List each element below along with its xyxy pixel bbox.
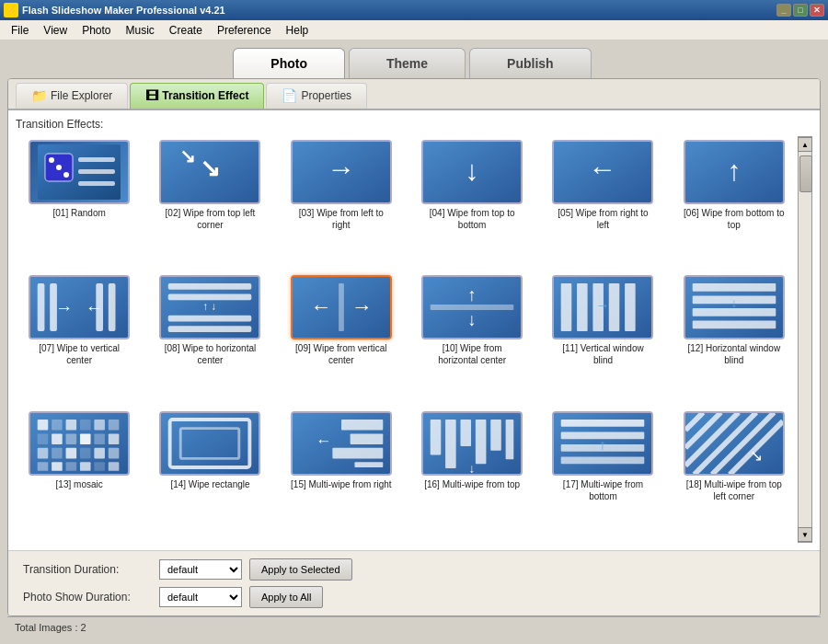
svg-rect-62 <box>66 433 77 444</box>
effect-item-13[interactable]: [13] mosaic <box>17 411 141 539</box>
menu-create[interactable]: Create <box>162 22 210 39</box>
effect-item-9[interactable]: ← → [09] Wipe from vertical center <box>280 275 403 403</box>
menu-view[interactable]: View <box>36 22 75 39</box>
effect-item-14[interactable]: [14] Wipe rectangle <box>148 411 271 539</box>
svg-rect-93 <box>506 420 514 459</box>
effect-item-6[interactable]: ↑ [06] Wipe from bottom to top <box>673 140 796 268</box>
tab-publish[interactable]: Publish <box>469 48 592 78</box>
svg-rect-77 <box>109 462 120 471</box>
svg-text:←: ← <box>86 298 103 317</box>
effect-item-8[interactable]: ↑ ↓ [08] Wipe to horizontal center <box>148 275 271 403</box>
apply-to-selected-button[interactable]: Apply to Selected <box>249 558 352 581</box>
svg-text:↘: ↘ <box>750 446 763 465</box>
svg-rect-29 <box>168 316 252 322</box>
svg-text:←: ← <box>316 431 331 450</box>
svg-rect-71 <box>109 447 120 458</box>
effect-item-12[interactable]: ↓ [12] Horizontal window blind <box>673 275 796 403</box>
effect-label-11: [11] Vertical window blind <box>552 342 653 366</box>
svg-rect-75 <box>80 462 91 471</box>
effect-item-10[interactable]: ↑ ↓ [10] Wipe from horizontal center <box>410 275 534 403</box>
menu-help[interactable]: Help <box>279 22 316 39</box>
svg-text:↑ ↓: ↑ ↓ <box>203 301 217 312</box>
svg-text:→: → <box>327 153 355 185</box>
effect-item-7[interactable]: → ← [07] Wipe to vertical center <box>17 275 141 403</box>
effect-item-1[interactable]: [01] Random <box>17 140 141 268</box>
svg-rect-42 <box>578 283 589 331</box>
scrollbar-thumb[interactable] <box>799 155 812 192</box>
maximize-button[interactable]: □ <box>793 4 808 17</box>
svg-text:←: ← <box>310 294 331 318</box>
menu-preference[interactable]: Preference <box>210 22 279 39</box>
effect-label-18: [18] Multi-wipe from top left corner <box>684 478 785 502</box>
svg-rect-35 <box>339 283 344 331</box>
apply-to-all-button[interactable]: Apply to All <box>249 586 323 608</box>
svg-rect-76 <box>95 462 106 471</box>
svg-rect-57 <box>80 420 91 431</box>
svg-rect-44 <box>609 283 620 331</box>
app-icon: ⚡ <box>4 3 18 17</box>
svg-rect-56 <box>66 420 77 431</box>
scrollbar-track <box>799 152 811 527</box>
svg-rect-48 <box>693 283 776 292</box>
effect-thumb-10: ↑ ↓ <box>421 275 523 339</box>
effect-label-14: [14] Wipe rectangle <box>170 478 249 490</box>
effect-thumb-17: ↑ <box>552 411 653 476</box>
svg-rect-27 <box>168 283 252 290</box>
minimize-button[interactable]: _ <box>776 4 791 17</box>
svg-rect-65 <box>109 433 120 444</box>
effect-label-17: [17] Multi-wipe from bottom <box>552 478 653 502</box>
effect-item-18[interactable]: ↘ [18] Multi-wipe from top left corner <box>673 411 796 539</box>
scrollbar-up-arrow[interactable]: ▲ <box>798 137 812 152</box>
effect-thumb-8: ↑ ↓ <box>159 275 260 339</box>
effect-thumb-14 <box>159 411 260 476</box>
menu-file[interactable]: File <box>4 22 36 39</box>
effect-label-9: [09] Wipe from vertical center <box>291 342 392 366</box>
effect-label-6: [06] Wipe from bottom to top <box>684 207 785 231</box>
effect-thumb-3: → <box>291 140 392 204</box>
svg-rect-84 <box>332 447 383 458</box>
effect-item-11[interactable]: → [11] Vertical window blind <box>541 275 664 403</box>
svg-rect-90 <box>461 420 472 446</box>
svg-rect-73 <box>52 462 63 471</box>
tab-theme[interactable]: Theme <box>349 48 466 78</box>
svg-point-2 <box>49 157 54 163</box>
svg-text:←: ← <box>589 153 617 185</box>
scrollbar-down-arrow[interactable]: ▼ <box>798 527 812 542</box>
photo-show-duration-select[interactable]: default 1s 2s 3s 5s 10s <box>159 587 242 607</box>
effect-thumb-18: ↘ <box>684 411 785 476</box>
menu-music[interactable]: Music <box>119 22 162 39</box>
svg-rect-6 <box>78 169 115 174</box>
effect-thumb-16: ↓ <box>421 411 523 476</box>
effect-item-15[interactable]: ← [15] Multi-wipe from right <box>280 411 403 539</box>
sub-tab-transition-effect[interactable]: 🎞 Transition Effect <box>130 83 264 109</box>
effect-item-4[interactable]: ↓ [04] Wipe from top to bottom <box>410 140 534 268</box>
svg-rect-58 <box>95 420 106 431</box>
transition-duration-select[interactable]: default 0.5s 1s 2s 3s 5s <box>159 559 242 580</box>
close-button[interactable]: ✕ <box>810 4 824 17</box>
menubar: File View Photo Music Create Preference … <box>0 20 828 40</box>
effect-item-3[interactable]: → [03] Wipe from left to right <box>280 140 403 268</box>
svg-rect-39 <box>431 305 514 310</box>
effect-item-17[interactable]: ↑ [17] Multi-wipe from bottom <box>541 411 664 539</box>
titlebar-left: ⚡ Flash Slideshow Maker Professional v4.… <box>4 3 225 17</box>
svg-rect-66 <box>38 447 49 458</box>
tab-photo[interactable]: Photo <box>233 48 345 78</box>
effect-label-5: [05] Wipe from right to left <box>552 207 653 231</box>
custom-scrollbar[interactable]: ▲ ▼ <box>798 136 812 543</box>
effect-item-5[interactable]: ← [05] Wipe from right to left <box>541 140 664 268</box>
effect-item-2[interactable]: ↘ ↘ [02] Wipe from top left corner <box>148 140 271 268</box>
sub-tab-file-explorer[interactable]: 📁 File Explorer <box>16 83 128 109</box>
titlebar: ⚡ Flash Slideshow Maker Professional v4.… <box>0 0 828 20</box>
svg-text:→: → <box>351 294 372 318</box>
effect-label-4: [04] Wipe from top to bottom <box>421 207 523 231</box>
svg-rect-41 <box>561 283 572 331</box>
sub-tab-properties[interactable]: 📄 Properties <box>266 83 367 109</box>
effect-item-16[interactable]: ↓ [16] Multi-wipe from top <box>410 411 534 539</box>
effect-thumb-5: ← <box>552 140 653 204</box>
svg-text:↑: ↑ <box>467 286 477 305</box>
svg-text:↓: ↓ <box>730 296 737 310</box>
svg-point-4 <box>63 172 69 178</box>
effect-label-7: [07] Wipe to vertical center <box>29 342 130 366</box>
menu-photo[interactable]: Photo <box>75 22 118 39</box>
top-tabs: Photo Theme Publish <box>7 48 821 78</box>
